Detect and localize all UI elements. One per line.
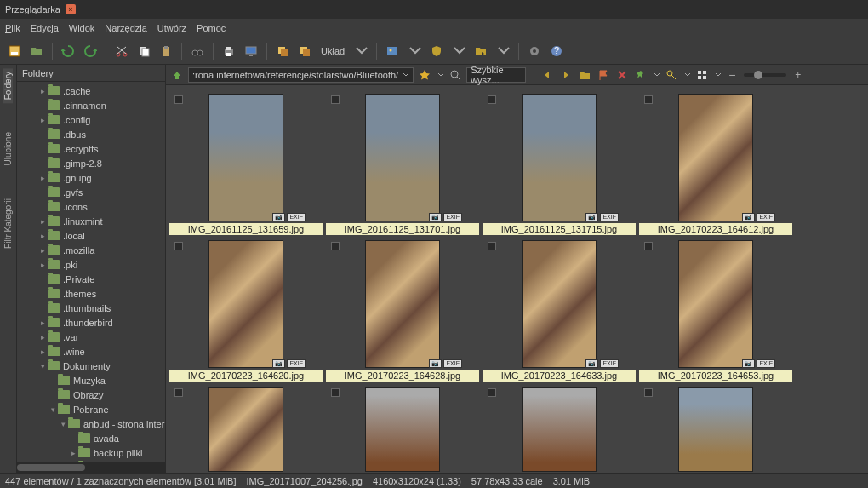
expander-icon[interactable]: ▸ — [37, 333, 48, 342]
tree-item[interactable]: ▸backup pliki — [17, 445, 165, 460]
thumbnail-image[interactable] — [208, 94, 283, 221]
open-icon[interactable] — [27, 42, 46, 60]
thumbnail-cell[interactable]: 📷EXIFIMG_20161125_131715.jpg — [481, 89, 637, 235]
search-icon[interactable] — [448, 67, 463, 83]
thumbnail-cell[interactable]: 📷EXIFIMG_20161125_131701.jpg — [324, 89, 481, 235]
thumbnail-image[interactable] — [208, 240, 283, 368]
zoom-in-icon[interactable]: + — [795, 69, 801, 81]
nav-forward-icon[interactable] — [558, 67, 574, 83]
thumbnail-image[interactable] — [208, 387, 283, 472]
binoculars-icon[interactable] — [188, 42, 207, 60]
gear-icon[interactable] — [525, 42, 544, 60]
tree-item[interactable]: .themes — [17, 286, 165, 301]
thumbnail-image[interactable] — [365, 387, 440, 472]
pin-icon[interactable] — [633, 67, 648, 83]
folder-icon[interactable] — [577, 67, 592, 83]
folder-move-icon[interactable] — [471, 42, 490, 60]
thumbnail-image[interactable] — [678, 94, 753, 221]
folder-tree[interactable]: ▸.cache.cinnamon▸.config.dbus.ecryptfs.g… — [17, 82, 165, 462]
thumbnail-cell[interactable] — [637, 382, 794, 472]
tree-item[interactable]: ▾Dokumenty — [17, 359, 165, 373]
thumbnail-image[interactable] — [522, 387, 597, 472]
thumbnail-cell[interactable]: 📷EXIFIMG_20170223_164653.jpg — [637, 235, 794, 382]
tree-item[interactable]: ▸.linuxmint — [17, 214, 165, 228]
chevron-down-icon[interactable] — [437, 72, 444, 78]
thumbnail-cell[interactable]: 📷EXIFIMG_20170223_164612.jpg — [637, 89, 794, 235]
tree-item[interactable]: .Private — [17, 272, 165, 286]
thumbnail-grid[interactable]: 📷EXIFIMG_20161125_131659.jpg📷EXIFIMG_201… — [166, 85, 868, 473]
nav-back-icon[interactable] — [540, 67, 555, 83]
expander-icon[interactable]: ▸ — [37, 174, 48, 182]
tree-item[interactable]: ▸.thunderbird — [17, 315, 165, 330]
tab-filtr[interactable]: Filtr Kategorii — [3, 195, 13, 252]
tree-item[interactable]: .thumbnails — [17, 301, 165, 315]
tree-item[interactable]: ▾anbud - strona internetowa — [17, 416, 165, 431]
expander-icon[interactable]: ▾ — [48, 405, 58, 414]
flag-icon[interactable] — [596, 67, 611, 83]
tree-item[interactable]: ▸.config — [17, 112, 165, 127]
menu-plik[interactable]: Plik — [5, 23, 20, 33]
tree-item[interactable]: .ecryptfs — [17, 141, 165, 156]
save-icon[interactable] — [5, 42, 24, 60]
tree-item[interactable]: .dbus — [17, 127, 165, 141]
tree-item[interactable]: .icons — [17, 199, 165, 214]
layers-icon[interactable] — [273, 42, 292, 60]
close-icon[interactable]: × — [66, 4, 76, 14]
tree-item[interactable]: .cinnamon — [17, 98, 165, 112]
expander-icon[interactable]: ▸ — [37, 347, 48, 356]
grid-view-icon[interactable] — [694, 67, 710, 83]
tree-item[interactable]: Obrazy — [17, 388, 165, 402]
delete-icon[interactable] — [614, 67, 630, 83]
image-icon[interactable] — [383, 42, 402, 60]
tree-item[interactable]: .gimp-2.8 — [17, 156, 165, 170]
thumbnail-image[interactable] — [365, 240, 440, 368]
tree-item[interactable]: ▸.mozilla — [17, 243, 165, 257]
expander-icon[interactable]: ▸ — [37, 87, 48, 95]
undo-icon[interactable] — [59, 42, 77, 60]
expander-icon[interactable]: ▸ — [37, 116, 48, 124]
shield-icon[interactable] — [427, 42, 446, 60]
print-icon[interactable] — [220, 42, 238, 60]
expander-icon[interactable]: ▸ — [37, 261, 48, 269]
tree-item[interactable]: ▸.local — [17, 228, 165, 243]
thumbnail-cell[interactable]: 📷EXIFIMG_20161125_131659.jpg — [168, 89, 324, 235]
tab-ulubione[interactable]: Ulubione — [3, 129, 13, 169]
help-icon[interactable]: ? — [547, 42, 566, 60]
thumbnail-cell[interactable] — [481, 382, 637, 472]
paste-icon[interactable] — [157, 42, 175, 60]
thumbnail-image[interactable] — [522, 240, 597, 368]
path-input[interactable]: :rona internetowa/referencje/stolarstwo/… — [188, 67, 414, 83]
cut-icon[interactable] — [112, 42, 131, 60]
thumbnail-cell[interactable]: 📷EXIFIMG_20170223_164620.jpg — [168, 235, 324, 382]
expander-icon[interactable]: ▸ — [37, 246, 48, 255]
thumbnail-image[interactable] — [522, 94, 597, 221]
expander-icon[interactable]: ▸ — [37, 232, 48, 240]
tree-item[interactable]: ▸.wine — [17, 344, 165, 359]
expander-icon[interactable]: ▾ — [37, 362, 48, 370]
chevron-down-icon[interactable] — [405, 42, 424, 60]
zoom-out-icon[interactable]: − — [728, 68, 735, 82]
thumbnail-image[interactable] — [678, 240, 753, 368]
tree-item[interactable]: ▸.gnupg — [17, 170, 165, 185]
tree-item[interactable]: ▸.var — [17, 330, 165, 344]
tree-item[interactable]: ▸.cache — [17, 83, 165, 98]
menu-utworz[interactable]: Utwórz — [157, 23, 186, 33]
tree-item[interactable]: Muzyka — [17, 373, 165, 388]
thumbnail-image[interactable] — [678, 387, 753, 472]
tab-foldery[interactable]: Foldery — [3, 68, 13, 103]
screen-icon[interactable] — [242, 42, 260, 60]
tree-scrollbar-horizontal[interactable] — [17, 462, 165, 473]
expander-icon[interactable]: ▸ — [37, 319, 48, 327]
expander-icon[interactable]: ▸ — [68, 449, 78, 457]
chevron-down-icon-3[interactable] — [494, 42, 512, 60]
expander-icon[interactable]: ▸ — [37, 217, 48, 226]
thumbnail-cell[interactable]: 📷EXIFIMG_20170223_164633.jpg — [481, 235, 637, 382]
thumbnail-cell[interactable] — [168, 382, 324, 472]
copy-icon[interactable] — [134, 42, 153, 60]
tree-item[interactable]: ▾Pobrane — [17, 402, 165, 416]
layers2-icon[interactable] — [295, 42, 314, 60]
expander-icon[interactable]: ▾ — [58, 420, 68, 428]
chevron-down-icon[interactable] — [684, 72, 691, 78]
favorite-star-icon[interactable] — [417, 67, 432, 83]
quick-search-input[interactable]: Szybkie wysz... — [466, 67, 526, 83]
